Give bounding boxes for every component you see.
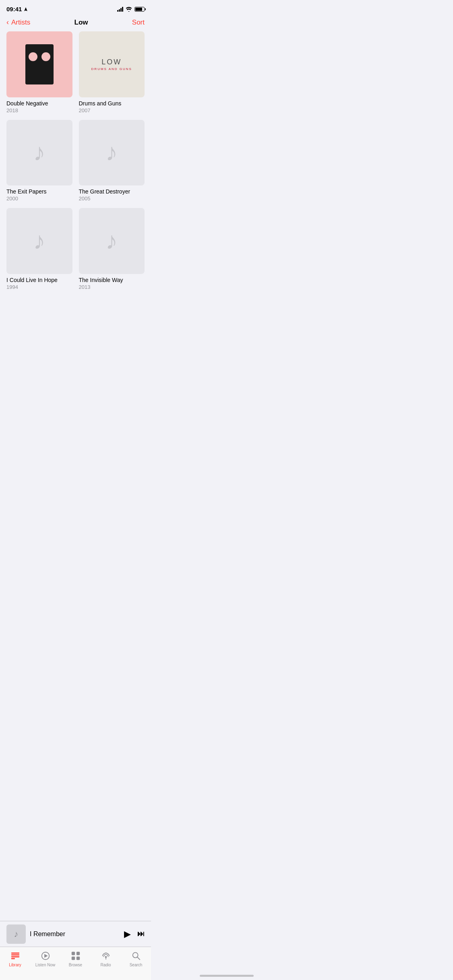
music-note-icon: ♪ [33,229,46,253]
signal-bars [117,7,123,12]
album-name: Double Negative [6,100,72,107]
album-grid: Double Negative 2018 LOW DRUMS AND GUNS … [6,31,145,290]
battery-icon [134,7,145,12]
status-time: 09:41 [6,6,28,12]
chevron-left-icon: ‹ [6,18,9,27]
album-name: I Could Live In Hope [6,276,72,284]
album-name: Drums and Guns [79,100,145,107]
music-note-icon: ♪ [105,140,118,165]
album-art-great-destroyer: ♪ [79,120,145,186]
album-name: The Great Destroyer [79,188,145,195]
back-label: Artists [11,19,30,27]
wifi-icon [126,7,132,12]
album-item[interactable]: ♪ I Could Live In Hope 1994 [6,208,72,290]
back-button[interactable]: ‹ Artists [6,18,30,27]
drums-cover-subtitle: DRUMS AND GUNS [91,67,132,71]
music-note-icon: ♪ [33,140,46,165]
album-year: 2005 [79,196,145,202]
page-title: Low [74,19,88,27]
album-item[interactable]: ♪ The Invisible Way 2013 [79,208,145,290]
album-year: 2007 [79,107,145,113]
sort-button[interactable]: Sort [132,19,145,27]
album-name: The Exit Papers [6,188,72,195]
album-year: 1994 [6,284,72,290]
nav-bar: ‹ Artists Low Sort [0,15,151,31]
album-art-double-negative [6,31,72,97]
album-year: 2013 [79,284,145,290]
album-list: Double Negative 2018 LOW DRUMS AND GUNS … [0,31,151,350]
album-art-invisible-way: ♪ [79,208,145,274]
location-arrow-icon [23,7,28,12]
drums-cover-title: LOW [101,58,122,66]
album-art-i-could-live: ♪ [6,208,72,274]
status-bar: 09:41 [0,0,151,15]
status-icons [117,7,145,12]
album-item[interactable]: Double Negative 2018 [6,31,72,113]
album-art-drums-guns: LOW DRUMS AND GUNS [79,31,145,97]
album-name: The Invisible Way [79,276,145,284]
album-item[interactable]: LOW DRUMS AND GUNS Drums and Guns 2007 [79,31,145,113]
time-display: 09:41 [6,6,22,12]
album-item[interactable]: ♪ The Exit Papers 2000 [6,120,72,202]
album-art-exit-papers: ♪ [6,120,72,186]
album-year: 2000 [6,196,72,202]
music-note-icon: ♪ [105,229,118,253]
album-item[interactable]: ♪ The Great Destroyer 2005 [79,120,145,202]
album-year: 2018 [6,107,72,113]
